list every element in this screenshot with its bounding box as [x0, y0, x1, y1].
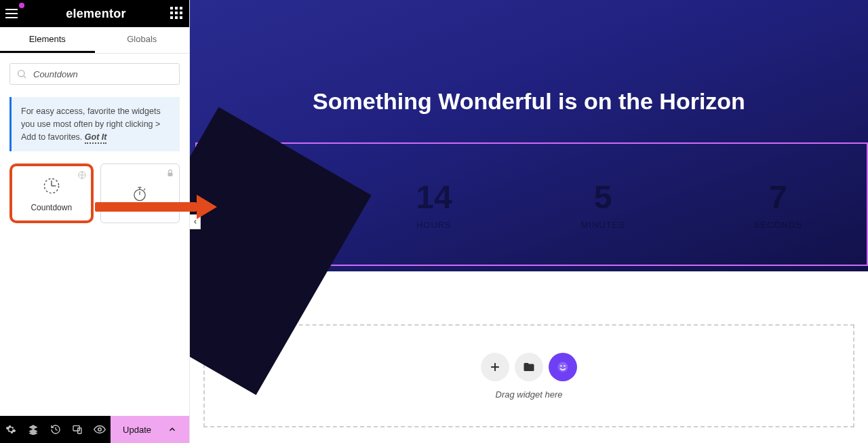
svg-point-0: [18, 71, 24, 77]
sidebar-header: elementor: [0, 0, 189, 27]
hero-title: Something Wonderful is on the Horizon: [190, 88, 868, 115]
settings-button[interactable]: [0, 416, 22, 443]
dropzone-hint: Drag widget here: [496, 389, 563, 400]
cd-label: HOURS: [416, 220, 452, 230]
favorites-tip: For easy access, favorite the widgets yo…: [9, 97, 180, 151]
sidebar-tabs: Elements Globals: [0, 27, 189, 54]
countdown-hours: 14 HOURS: [416, 178, 452, 230]
empty-section-dropzone[interactable]: Drag widget here: [203, 324, 854, 427]
preview-button[interactable]: [88, 416, 111, 443]
notification-dot-icon: [19, 3, 24, 8]
svg-point-16: [98, 428, 101, 431]
tab-globals[interactable]: Globals: [95, 27, 190, 53]
cd-label: SECONDS: [754, 220, 802, 230]
add-section-button[interactable]: [481, 353, 509, 381]
collapse-sidebar-button[interactable]: [190, 214, 201, 229]
countdown-minutes: 5 MINUTES: [580, 178, 625, 230]
cd-value: 0: [265, 178, 283, 216]
sidebar-bottombar: Update: [0, 416, 189, 443]
cd-label: MINUTES: [580, 220, 625, 230]
update-label: Update: [123, 425, 151, 435]
widget-label: Countdown: [31, 203, 72, 212]
history-button[interactable]: [44, 416, 66, 443]
widget-list: Countdown: [9, 163, 180, 223]
ai-assist-button[interactable]: [549, 353, 577, 381]
cd-label: DAYS: [261, 220, 287, 230]
global-widget-icon: [77, 170, 87, 180]
chevron-up-icon: [167, 425, 177, 434]
countdown-clock-icon: [40, 174, 63, 197]
editor-sidebar: elementor Elements Globals For easy acce…: [0, 0, 190, 443]
countdown-widget[interactable]: 0 DAYS 14 HOURS 5 MINUTES 7 SECONDS: [195, 142, 868, 266]
menu-button[interactable]: [5, 5, 22, 22]
add-template-button[interactable]: [515, 353, 543, 381]
brand-title: elementor: [22, 7, 170, 21]
widget-countdown[interactable]: Countdown: [9, 163, 94, 223]
svg-point-19: [558, 362, 568, 372]
svg-line-13: [56, 429, 58, 430]
countdown-days: 0 DAYS: [261, 178, 287, 230]
svg-line-1: [24, 76, 26, 78]
search-input[interactable]: [9, 63, 180, 85]
cd-value: 7: [769, 178, 787, 216]
cd-value: 14: [416, 178, 452, 216]
tab-elements[interactable]: Elements: [0, 27, 95, 53]
search-icon: [16, 69, 27, 79]
apps-grid-button[interactable]: [170, 7, 184, 20]
preview-canvas[interactable]: Something Wonderful is on the Horizon 0 …: [190, 0, 868, 443]
cd-value: 5: [594, 178, 612, 216]
hero-section[interactable]: Something Wonderful is on the Horizon 0 …: [190, 0, 868, 271]
widget-stopwatch-locked[interactable]: [100, 163, 180, 223]
responsive-button[interactable]: [66, 416, 89, 443]
stopwatch-icon: [130, 183, 150, 204]
dropzone-actions: [481, 353, 577, 381]
svg-rect-6: [168, 173, 173, 176]
svg-point-21: [564, 365, 565, 366]
tip-got-it[interactable]: Got It: [85, 132, 107, 144]
countdown-seconds: 7 SECONDS: [754, 178, 802, 230]
widget-search: [9, 63, 180, 85]
svg-point-20: [560, 365, 561, 366]
lock-icon: [165, 168, 175, 178]
sidebar-body: For easy access, favorite the widgets yo…: [0, 54, 189, 416]
svg-line-11: [144, 189, 146, 190]
update-button[interactable]: Update: [111, 416, 189, 443]
navigator-button[interactable]: [22, 416, 45, 443]
